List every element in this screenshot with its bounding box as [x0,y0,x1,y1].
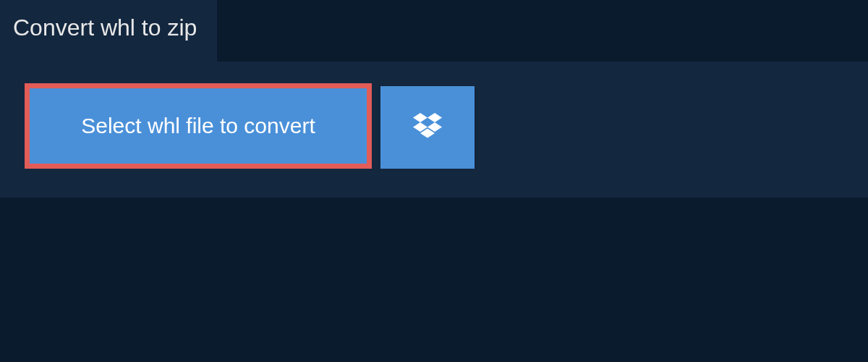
page-container: Convert whl to zip Select whl file to co… [0,0,868,362]
select-file-label: Select whl file to convert [81,114,315,138]
select-file-button[interactable]: Select whl file to convert [25,83,372,169]
tab-title: Convert whl to zip [13,14,197,41]
tab-header[interactable]: Convert whl to zip [0,0,217,62]
dropbox-icon [413,113,442,141]
dropbox-button[interactable] [380,86,475,169]
upload-panel: Select whl file to convert [0,62,868,198]
